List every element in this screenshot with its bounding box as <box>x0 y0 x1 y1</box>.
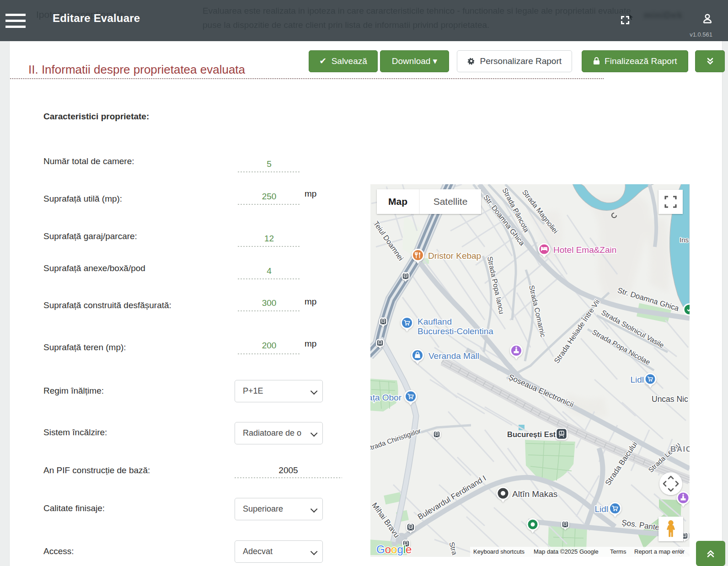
svg-text:Altîn Makas: Altîn Makas <box>512 489 557 499</box>
svg-text:Lidl: Lidl <box>594 504 608 514</box>
svg-text:Uncas Nic: Uncas Nic <box>652 395 688 404</box>
svg-text:ața Obor: ața Obor <box>370 393 402 402</box>
svg-text:BAIC: BAIC <box>670 445 690 454</box>
svg-text:Lidl: Lidl <box>630 375 644 384</box>
svg-text:Ins: Ins <box>680 236 689 244</box>
svg-text:Satellite: Satellite <box>434 196 468 207</box>
svg-text:Map: Map <box>388 196 407 207</box>
svg-text:Kaufland: Kaufland <box>418 317 452 326</box>
svg-text:Map data ©2025 Google: Map data ©2025 Google <box>534 548 599 555</box>
svg-text:Google: Google <box>376 543 412 555</box>
svg-text:Dristor Kebap: Dristor Kebap <box>428 251 481 261</box>
svg-text:Bucuresti-Colentina: Bucuresti-Colentina <box>418 326 493 336</box>
svg-text:București Est: București Est <box>507 430 556 438</box>
svg-text:Veranda Mall: Veranda Mall <box>428 351 479 361</box>
svg-text:Report a map error: Report a map error <box>634 548 685 555</box>
svg-text:Terms: Terms <box>610 548 626 555</box>
svg-text:Keyboard shortcuts: Keyboard shortcuts <box>473 548 525 555</box>
svg-text:Hotel Ema&Zain: Hotel Ema&Zain <box>553 245 616 255</box>
